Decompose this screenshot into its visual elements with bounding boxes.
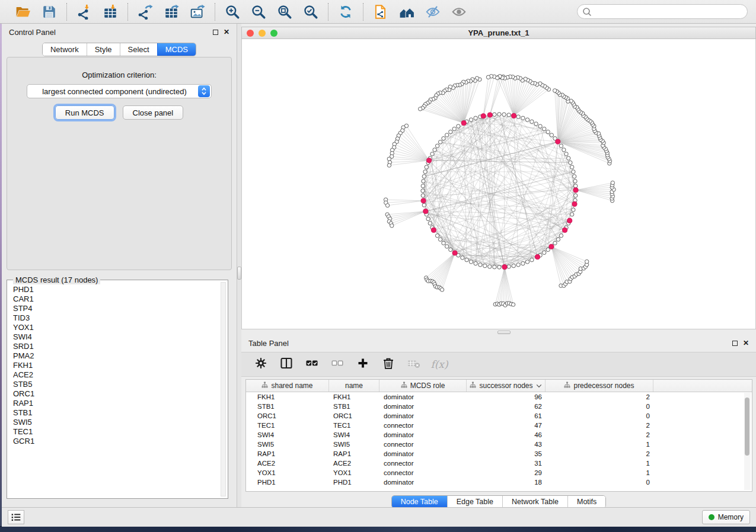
horizontal-splitter-handle[interactable] <box>497 331 511 334</box>
tab-network-table[interactable]: Network Table <box>502 496 567 508</box>
import-table-button[interactable] <box>101 3 119 21</box>
export-table-button[interactable] <box>162 3 180 21</box>
split-panel-button[interactable] <box>279 357 294 372</box>
network-view[interactable] <box>241 39 756 329</box>
zoom-selected-button[interactable] <box>302 3 320 21</box>
table-scrollbar[interactable] <box>744 393 751 490</box>
cell-successor-nodes: 96 <box>467 392 546 402</box>
search-input[interactable] <box>594 8 742 16</box>
result-node-item[interactable]: SRD1 <box>13 342 219 351</box>
network-graph[interactable] <box>242 39 756 329</box>
table-settings-button[interactable] <box>253 357 269 372</box>
panel-menu-button[interactable] <box>8 510 24 524</box>
table-row[interactable]: SWI5SWI5connector431 <box>246 440 752 449</box>
search-field[interactable] <box>577 4 748 19</box>
table-row[interactable]: STB1STB1dominator620 <box>246 402 752 411</box>
show-graphics-details-button[interactable] <box>450 3 468 21</box>
result-node-item[interactable]: STP4 <box>13 304 219 313</box>
cell-successor-nodes: 62 <box>467 402 546 411</box>
run-mcds-button[interactable]: Run MCDS <box>55 105 114 120</box>
table-row[interactable]: TEC1TEC1connector472 <box>246 421 752 430</box>
result-node-item[interactable]: PHD1 <box>13 285 219 294</box>
column-header-name[interactable]: name <box>329 380 379 392</box>
cell-successor-nodes: 61 <box>467 411 546 421</box>
optimization-criterion-select[interactable]: largest connected component (undirected) <box>27 84 212 98</box>
table-scrollbar-thumb[interactable] <box>745 398 749 456</box>
zoom-fit-button[interactable] <box>276 3 294 21</box>
table-row[interactable]: FKH1FKH1dominator962 <box>246 392 752 402</box>
tab-style[interactable]: Style <box>87 43 120 56</box>
column-header-shared-name[interactable]: shared name <box>246 380 329 392</box>
close-panel-icon[interactable]: ✕ <box>224 28 229 36</box>
vertical-splitter[interactable] <box>237 24 241 507</box>
horizontal-splitter[interactable] <box>241 329 756 335</box>
unselect-all-columns-button[interactable] <box>330 357 345 372</box>
table-row[interactable]: SWI4SWI4dominator462 <box>246 430 752 440</box>
table-row[interactable]: YOX1YOX1connector291 <box>246 468 752 477</box>
zoom-out-button[interactable] <box>250 3 267 21</box>
close-panel-button[interactable]: Close panel <box>123 105 184 120</box>
result-node-item[interactable]: SWI4 <box>13 332 219 342</box>
cell-mcds-role: connector <box>379 440 467 449</box>
import-network-button[interactable] <box>75 3 93 21</box>
table-row[interactable]: RAP1RAP1dominator352 <box>246 449 752 459</box>
cell-name: STB1 <box>329 402 379 411</box>
cell-shared-name: RAP1 <box>246 449 329 459</box>
network-overview-button[interactable] <box>398 3 416 21</box>
result-node-item[interactable]: FKH1 <box>13 361 219 370</box>
open-session-button[interactable] <box>14 3 32 21</box>
result-node-item[interactable]: STB1 <box>13 408 219 418</box>
tab-mcds[interactable]: MCDS <box>157 43 196 56</box>
table-row[interactable]: ACE2ACE2connector311 <box>246 459 752 468</box>
table-row[interactable]: PHD1PHD1dominator180 <box>246 477 752 487</box>
result-node-item[interactable]: SWI5 <box>13 418 219 427</box>
tab-edge-table[interactable]: Edge Table <box>447 496 502 508</box>
tab-node-table[interactable]: Node Table <box>392 496 447 508</box>
toolbar-group <box>128 3 215 21</box>
delete-columns-button[interactable] <box>381 357 396 372</box>
dropdown-stepper-icon <box>198 85 210 97</box>
close-table-panel-icon[interactable]: ✕ <box>743 339 749 347</box>
folder-open-icon <box>15 4 31 20</box>
memory-button[interactable]: Memory <box>702 510 750 524</box>
result-node-item[interactable]: PMA2 <box>13 351 219 361</box>
share-network-document-button[interactable] <box>372 3 390 21</box>
toolbar-group <box>328 3 363 21</box>
result-node-item[interactable]: CAR1 <box>13 294 219 304</box>
tab-network[interactable]: Network <box>43 43 87 56</box>
table-row[interactable]: ORC1ORC1dominator610 <box>246 411 752 421</box>
column-header-MCDS-role[interactable]: MCDS role <box>379 380 467 392</box>
result-scrollbar[interactable] <box>221 282 226 496</box>
save-session-button[interactable] <box>40 3 58 21</box>
column-header-successor-nodes[interactable]: successor nodes <box>467 380 546 392</box>
cell-predecessor-nodes: 1 <box>546 440 653 449</box>
tab-select[interactable]: Select <box>120 43 157 56</box>
zoom-out-icon <box>251 4 266 20</box>
export-network-button[interactable] <box>136 3 154 21</box>
export-image-button[interactable] <box>189 3 206 21</box>
result-node-item[interactable]: STB5 <box>13 380 219 389</box>
mcds-result-list[interactable]: PHD1CAR1STP4TID3YOX1SWI4SRD1PMA2FKH1ACE2… <box>13 285 219 496</box>
result-node-item[interactable]: ACE2 <box>13 370 219 380</box>
result-node-item[interactable]: ORC1 <box>13 389 219 399</box>
selected-criterion: largest connected component (undirected) <box>27 87 198 96</box>
result-node-item[interactable]: RAP1 <box>13 399 219 408</box>
result-node-item[interactable]: YOX1 <box>13 323 219 332</box>
zoom-fit-icon <box>277 4 292 20</box>
result-node-item[interactable]: TEC1 <box>13 427 219 437</box>
tab-motifs[interactable]: Motifs <box>567 496 605 508</box>
cell-mcds-role: dominator <box>379 411 467 421</box>
houses-icon <box>399 4 414 20</box>
hide-graphics-details-button[interactable] <box>424 3 442 21</box>
float-panel-icon[interactable] <box>213 30 218 35</box>
select-all-columns-button[interactable] <box>304 357 320 372</box>
create-column-button[interactable] <box>355 357 371 372</box>
vertical-splitter-handle[interactable] <box>237 267 241 280</box>
column-header-predecessor-nodes[interactable]: predecessor nodes <box>546 380 653 392</box>
float-table-panel-icon[interactable] <box>732 341 738 346</box>
result-node-item[interactable]: GCR1 <box>13 437 219 446</box>
refresh-view-button[interactable] <box>337 3 355 21</box>
result-node-item[interactable]: TID3 <box>13 313 219 323</box>
zoom-in-button[interactable] <box>224 3 241 21</box>
column-namespace-icon <box>401 382 407 390</box>
